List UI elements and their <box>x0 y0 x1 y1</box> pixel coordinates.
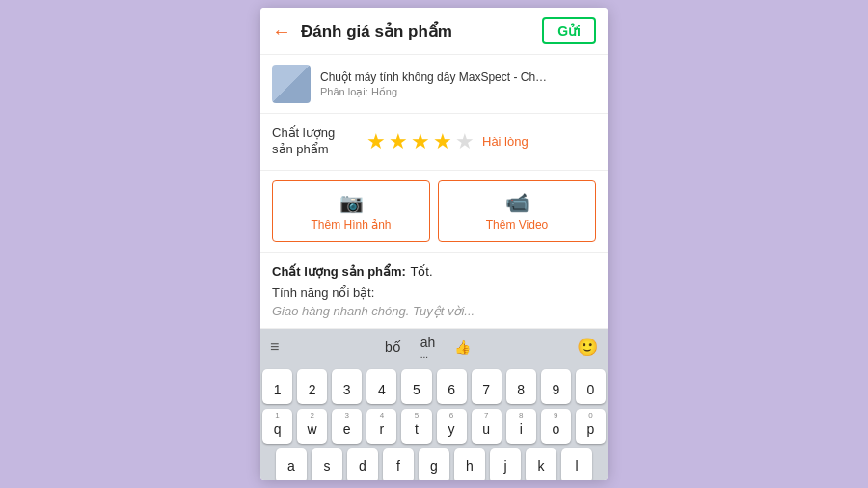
key-u[interactable]: 7u <box>472 409 502 444</box>
key-2[interactable]: 2 <box>297 369 327 404</box>
video-icon: 📹 <box>505 191 529 214</box>
key-8[interactable]: 8 <box>506 369 536 404</box>
key-6[interactable]: 6 <box>437 369 467 404</box>
add-image-button[interactable]: 📷 Thêm Hình ảnh <box>272 180 430 242</box>
key-p[interactable]: 0p <box>576 409 606 444</box>
rating-row: Chất lượng sản phẩm ★ ★ ★ ★ ★ Hài lòng <box>260 114 608 171</box>
add-video-label: Thêm Video <box>486 218 548 231</box>
rating-label: Chất lượng sản phẩm <box>272 125 359 158</box>
product-info: Chuột máy tính không dây MaxSpect - Chuộ… <box>320 70 596 98</box>
key-w[interactable]: 2w <box>297 409 327 444</box>
suggestion-1[interactable]: bố <box>385 339 401 355</box>
star-2[interactable]: ★ <box>389 129 408 154</box>
star-1[interactable]: ★ <box>366 129 386 154</box>
key-h[interactable]: h <box>454 448 485 480</box>
keyboard: 1 2 3 4 5 6 7 8 9 0 1q 2w 3e 4r 5t 6y 7u… <box>260 366 608 480</box>
product-row: Chuột máy tính không dây MaxSpect - Chuộ… <box>260 55 608 114</box>
star-rating[interactable]: ★ ★ ★ ★ ★ <box>366 129 475 154</box>
key-e[interactable]: 3e <box>332 409 362 444</box>
toolbar-right: 🙂 <box>577 337 598 358</box>
menu-icon[interactable]: ≡ <box>270 339 279 356</box>
rating-status: Hài lòng <box>482 134 529 149</box>
key-7[interactable]: 7 <box>472 369 502 404</box>
key-k[interactable]: k <box>526 448 556 480</box>
add-image-label: Thêm Hình ảnh <box>311 218 391 231</box>
add-video-button[interactable]: 📹 Thêm Video <box>438 180 596 242</box>
key-9[interactable]: 9 <box>541 369 571 404</box>
keyboard-number-row: 1 2 3 4 5 6 7 8 9 0 <box>262 369 606 404</box>
key-4[interactable]: 4 <box>366 369 396 404</box>
key-y[interactable]: 6y <box>437 409 467 444</box>
back-button[interactable]: ← <box>272 20 291 42</box>
keyboard-row-2: a s d f g h j k l <box>262 448 606 480</box>
star-3[interactable]: ★ <box>411 129 430 154</box>
key-0[interactable]: 0 <box>576 369 606 404</box>
key-j[interactable]: j <box>490 448 521 480</box>
key-g[interactable]: g <box>419 448 449 480</box>
star-4[interactable]: ★ <box>433 129 452 154</box>
review-line2: Tính năng nổi bật: <box>272 285 596 300</box>
review-text-area[interactable]: Chất lượng sản phẩm: Tốt. Tính năng nổi … <box>260 253 608 329</box>
product-variant: Phân loại: Hồng <box>320 86 596 98</box>
key-5[interactable]: 5 <box>401 369 431 404</box>
star-5[interactable]: ★ <box>455 129 475 154</box>
page-title: Đánh giá sản phẩm <box>301 21 542 41</box>
key-a[interactable]: a <box>276 448 307 480</box>
key-q[interactable]: 1q <box>262 409 292 444</box>
review-line1: Chất lượng sản phẩm: Tốt. <box>272 262 596 280</box>
key-r[interactable]: 4r <box>366 409 396 444</box>
key-o[interactable]: 9o <box>541 409 571 444</box>
media-buttons: 📷 Thêm Hình ảnh 📹 Thêm Video <box>260 171 608 253</box>
send-button[interactable]: Gửi <box>542 17 596 44</box>
key-d[interactable]: d <box>347 448 378 480</box>
key-l[interactable]: l <box>561 448 592 480</box>
product-name: Chuột máy tính không dây MaxSpect - Chuộ… <box>320 70 552 84</box>
key-t[interactable]: 5t <box>401 409 431 444</box>
key-f[interactable]: f <box>383 448 414 480</box>
keyboard-toolbar: ≡ bố ah ... 👍 🙂 <box>260 329 608 366</box>
camera-icon: 📷 <box>339 191 364 214</box>
product-thumbnail <box>272 65 311 103</box>
key-i[interactable]: 8i <box>506 409 536 444</box>
header: ← Đánh giá sản phẩm Gửi <box>260 8 608 55</box>
emoji-icon[interactable]: 🙂 <box>577 337 598 358</box>
key-3[interactable]: 3 <box>332 369 362 404</box>
key-s[interactable]: s <box>312 448 342 480</box>
suggestion-3[interactable]: 👍 <box>454 339 471 355</box>
keyboard-suggestions: bố ah ... 👍 <box>385 335 471 360</box>
review-line3: Giao hàng nhanh chóng. Tuyệt vời... <box>272 304 596 318</box>
suggestion-2[interactable]: ah ... <box>420 335 436 360</box>
keyboard-row-1: 1q 2w 3e 4r 5t 6y 7u 8i 9o 0p <box>262 409 606 444</box>
key-1[interactable]: 1 <box>262 369 292 404</box>
